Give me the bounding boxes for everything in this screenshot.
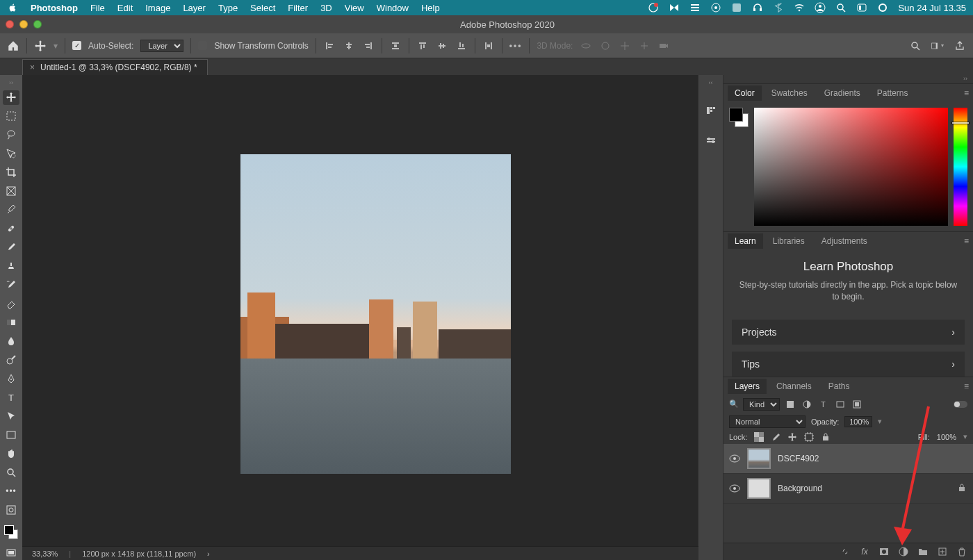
- distribute-v-icon[interactable]: [482, 40, 495, 52]
- rectangle-tool[interactable]: [3, 427, 19, 442]
- blend-mode-select[interactable]: Normal: [729, 415, 806, 428]
- document-dims[interactable]: 1200 px x 1418 px (118,11 ppcm): [82, 550, 196, 558]
- filter-type-icon[interactable]: T: [817, 399, 830, 410]
- distribute-icon[interactable]: [389, 40, 402, 52]
- learn-panel-menu-icon[interactable]: ≡: [964, 236, 969, 246]
- tab-learn[interactable]: Learn: [728, 233, 763, 249]
- tab-color[interactable]: Color: [728, 85, 762, 101]
- align-center-h-icon[interactable]: [343, 40, 355, 52]
- color-panel-menu-icon[interactable]: ≡: [964, 88, 969, 98]
- lock-image-icon[interactable]: [771, 432, 780, 442]
- align-bottom-icon[interactable]: [455, 40, 468, 52]
- share-icon[interactable]: [954, 40, 966, 52]
- eraser-tool[interactable]: [3, 297, 19, 311]
- menu-file[interactable]: File: [90, 3, 105, 13]
- layer-filter-kind[interactable]: Kind: [743, 398, 780, 411]
- layer-mask-icon[interactable]: [878, 546, 890, 557]
- tab-paths[interactable]: Paths: [821, 379, 857, 394]
- menu-layer[interactable]: Layer: [183, 3, 206, 13]
- tab-channels[interactable]: Channels: [769, 379, 819, 394]
- healing-brush-tool[interactable]: [3, 222, 19, 236]
- align-left-icon[interactable]: [323, 40, 336, 52]
- history-panel-icon[interactable]: [703, 103, 719, 118]
- canvas-area[interactable]: [22, 75, 698, 560]
- tab-swatches[interactable]: Swatches: [764, 85, 815, 101]
- tab-gradients[interactable]: Gradients: [817, 85, 867, 101]
- lock-artboard-icon[interactable]: [804, 432, 814, 442]
- dodge-tool[interactable]: [3, 353, 19, 368]
- opacity-value[interactable]: 100%: [844, 416, 872, 427]
- menu-help[interactable]: Help: [421, 3, 440, 13]
- zoom-level[interactable]: 33,33%: [32, 550, 58, 558]
- menu-edit[interactable]: Edit: [117, 3, 133, 13]
- menu-image[interactable]: Image: [145, 3, 170, 13]
- spotlight-icon[interactable]: [835, 2, 847, 13]
- edit-toolbar-button[interactable]: •••: [3, 484, 19, 498]
- eyedropper-tool[interactable]: [3, 203, 19, 217]
- crop-tool[interactable]: [3, 165, 19, 180]
- menu-3d[interactable]: 3D: [320, 3, 332, 13]
- fill-value[interactable]: 100%: [937, 433, 956, 441]
- filter-shape-icon[interactable]: [834, 399, 847, 410]
- close-tab-icon[interactable]: ×: [30, 63, 35, 72]
- auto-select-dropdown[interactable]: Layer: [140, 40, 183, 52]
- menu-filter[interactable]: Filter: [288, 3, 308, 13]
- tab-libraries[interactable]: Libraries: [766, 233, 812, 249]
- menu-type[interactable]: Type: [218, 3, 238, 13]
- minimize-window-button[interactable]: [19, 20, 28, 28]
- frame-tool[interactable]: [3, 184, 19, 199]
- learn-tips-link[interactable]: Tips ›: [732, 352, 965, 377]
- clone-stamp-tool[interactable]: [3, 259, 19, 274]
- menu-window[interactable]: Window: [377, 3, 409, 13]
- malwarebytes-icon[interactable]: [669, 2, 680, 13]
- adjustment-layer-icon[interactable]: [898, 546, 909, 557]
- layer-style-icon[interactable]: fx: [859, 546, 870, 557]
- bluetooth-icon[interactable]: [773, 2, 784, 13]
- more-options-button[interactable]: •••: [509, 41, 523, 51]
- filter-adjustment-icon[interactable]: [801, 399, 813, 410]
- auto-select-checkbox[interactable]: ✓: [72, 41, 81, 50]
- app-name[interactable]: Photoshop: [31, 3, 78, 13]
- align-middle-icon[interactable]: [436, 40, 448, 52]
- align-right-icon[interactable]: [362, 40, 375, 52]
- show-transform-checkbox[interactable]: [198, 41, 207, 50]
- filter-smartobj-icon[interactable]: [851, 399, 863, 410]
- status-chevron-icon[interactable]: ›: [207, 550, 210, 558]
- apple-menu-icon[interactable]: [7, 2, 18, 13]
- zoom-tool[interactable]: [3, 465, 19, 479]
- pen-tool[interactable]: [3, 372, 19, 386]
- tab-layers[interactable]: Layers: [728, 379, 767, 394]
- expand-strip-icon[interactable]: ‹‹: [698, 79, 723, 88]
- marquee-tool[interactable]: [3, 109, 19, 124]
- lock-all-icon[interactable]: [821, 432, 831, 442]
- layer-name[interactable]: Background: [778, 484, 822, 493]
- headphones-icon[interactable]: [752, 2, 763, 13]
- lasso-tool[interactable]: [3, 128, 19, 142]
- control-center-icon[interactable]: [856, 2, 867, 13]
- new-layer-icon[interactable]: [937, 546, 948, 557]
- gradient-tool[interactable]: [3, 315, 19, 330]
- collapse-panels-icon[interactable]: ››: [723, 75, 973, 83]
- path-select-tool[interactable]: [3, 409, 19, 423]
- layer-name[interactable]: DSCF4902: [778, 454, 819, 463]
- sync-icon[interactable]: [648, 2, 659, 13]
- user-icon[interactable]: [815, 2, 826, 13]
- stacks-icon[interactable]: [689, 2, 701, 13]
- brush-tool[interactable]: [3, 240, 19, 255]
- learn-projects-link[interactable]: Projects ›: [732, 320, 965, 345]
- tab-patterns[interactable]: Patterns: [870, 85, 915, 101]
- search-icon[interactable]: [909, 40, 922, 52]
- maximize-window-button[interactable]: [33, 20, 42, 28]
- lock-transparency-icon[interactable]: [754, 432, 764, 442]
- link-layers-icon[interactable]: [840, 546, 851, 557]
- close-window-button[interactable]: [6, 20, 14, 28]
- align-top-icon[interactable]: [416, 40, 429, 52]
- history-brush-tool[interactable]: [3, 278, 19, 293]
- home-button[interactable]: [7, 40, 19, 52]
- document-tab[interactable]: × Untitled-1 @ 33,3% (DSCF4902, RGB/8) *: [22, 59, 208, 75]
- delete-layer-icon[interactable]: [956, 546, 967, 557]
- layer-item[interactable]: Background: [723, 474, 973, 504]
- wifi-icon[interactable]: [794, 2, 805, 13]
- move-tool[interactable]: [3, 90, 19, 105]
- foreground-background-swatches[interactable]: [3, 524, 19, 541]
